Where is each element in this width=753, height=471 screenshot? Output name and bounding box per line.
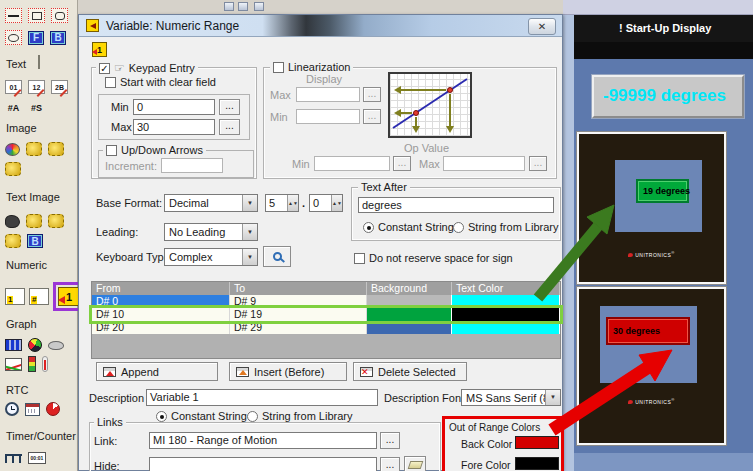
numeric-entry-icon[interactable]: 1	[5, 288, 25, 305]
trend-graph-icon[interactable]	[5, 358, 22, 371]
numeric-range-icon[interactable]: 1	[58, 287, 80, 306]
append-button[interactable]: Append	[96, 362, 218, 381]
gauge-icon[interactable]	[28, 338, 42, 352]
fore-color-swatch[interactable]	[515, 457, 559, 470]
lin-display-max-field[interactable]	[296, 87, 360, 102]
spinner-arrows-icon[interactable]: ▲▼	[287, 195, 298, 211]
textimage-by-value-icon[interactable]	[26, 214, 42, 228]
from-cell[interactable]: D# 0	[92, 295, 230, 308]
background-color-button[interactable]: B	[50, 31, 66, 45]
description-font-dropdown[interactable]: MS Sans Serif (8)▼	[461, 389, 561, 406]
select-ellipse-icon[interactable]	[5, 30, 22, 45]
op-max-browse-button[interactable]: ...	[529, 156, 547, 171]
text-fixed-icon[interactable]: 01	[5, 80, 22, 94]
app-toolbar-icon[interactable]	[254, 2, 264, 11]
min-field[interactable]: 0	[133, 99, 215, 115]
timer-icon[interactable]	[5, 454, 22, 463]
rtc-clock-icon[interactable]	[5, 402, 19, 416]
header-to[interactable]: To	[230, 282, 367, 295]
from-cell[interactable]: D# 20	[92, 321, 230, 334]
keypad-entry-checkbox[interactable]: ✓	[99, 63, 110, 74]
description-string-library-radio[interactable]	[247, 411, 258, 422]
app-toolbar-icon[interactable]	[224, 2, 234, 11]
text-color-cell[interactable]	[452, 295, 560, 308]
delete-selected-button[interactable]: Delete Selected	[353, 362, 467, 381]
background-color-cell[interactable]	[367, 295, 452, 308]
close-button[interactable]: ✕	[528, 18, 556, 35]
image-list-icon[interactable]	[48, 142, 64, 156]
background-color-cell[interactable]	[367, 321, 452, 334]
bar-graph-icon[interactable]	[5, 339, 22, 351]
background-color-cell[interactable]	[367, 308, 452, 321]
color-bar-icon[interactable]	[28, 356, 36, 372]
image-palette-icon[interactable]	[5, 143, 20, 156]
dropdown-arrow-icon[interactable]: ▼	[242, 249, 257, 265]
dish-meter-icon[interactable]	[48, 341, 64, 350]
text-by-pointer-icon[interactable]: 12	[28, 80, 45, 94]
op-min-browse-button[interactable]: ...	[393, 156, 411, 171]
decimals-spinner[interactable]: 0▲▼	[309, 194, 343, 212]
description-field[interactable]: Variable 1	[146, 389, 378, 406]
foreground-color-button[interactable]: F	[28, 31, 44, 45]
image-binary-icon[interactable]	[5, 162, 21, 176]
description-constant-string-radio[interactable]	[156, 411, 167, 422]
min-browse-button[interactable]: ...	[219, 99, 240, 115]
header-from[interactable]: From	[92, 282, 230, 295]
link-browse-button[interactable]: ...	[380, 432, 400, 449]
keyboard-preview-button[interactable]	[263, 246, 291, 267]
text-binary-icon[interactable]: 2B	[51, 80, 68, 94]
dropdown-arrow-icon[interactable]: ▼	[545, 390, 560, 405]
lin-max-browse-button[interactable]: ...	[363, 87, 381, 102]
table-row[interactable]: D# 0 D# 9	[92, 295, 560, 308]
table-row[interactable]: D# 20 D# 29	[92, 321, 560, 334]
increment-field[interactable]	[161, 158, 223, 173]
rtc-elapsed-time-icon[interactable]	[46, 402, 60, 416]
lin-display-min-field[interactable]	[296, 109, 360, 124]
insert-before-button[interactable]: Insert (Before)	[229, 362, 347, 381]
op-max-field[interactable]	[443, 156, 525, 171]
text-color-cell[interactable]	[452, 308, 560, 321]
textimage-binary-icon[interactable]	[5, 234, 21, 248]
link-field[interactable]: MI 180 - Range of Motion	[149, 432, 377, 449]
start-clear-checkbox[interactable]	[105, 77, 116, 88]
clear-link-button[interactable]	[404, 456, 426, 471]
numeric-display-icon[interactable]: #	[29, 288, 49, 305]
rtc-calendar-icon[interactable]	[25, 403, 40, 416]
back-color-swatch[interactable]	[515, 436, 559, 449]
app-toolbar-icon[interactable]	[238, 2, 248, 11]
max-browse-button[interactable]: ...	[219, 119, 240, 135]
leading-dropdown[interactable]: No Leading▼	[164, 223, 258, 241]
reserve-sign-checkbox[interactable]	[354, 253, 365, 264]
text-after-field[interactable]: degrees	[358, 197, 554, 213]
updown-arrows-checkbox[interactable]	[106, 145, 117, 156]
number-to-string-icon[interactable]: #S	[28, 100, 45, 115]
text-color-cell[interactable]	[452, 321, 560, 334]
string-from-library-radio[interactable]	[453, 222, 464, 233]
textimage-animation-icon[interactable]	[5, 215, 20, 228]
constant-string-radio[interactable]	[363, 222, 374, 233]
max-field[interactable]: 30	[133, 119, 215, 135]
hide-browse-button[interactable]: ...	[380, 457, 400, 471]
select-line-icon[interactable]	[5, 8, 22, 23]
digits-spinner[interactable]: 5▲▼	[265, 194, 299, 212]
textimage-b-button[interactable]: B	[27, 234, 43, 248]
dialog-titlebar[interactable]: Variable: Numeric Range ✕	[79, 15, 562, 37]
header-background-color[interactable]: Background Color	[367, 282, 452, 295]
linearization-checkbox[interactable]	[273, 62, 284, 73]
lin-min-browse-button[interactable]: ...	[363, 109, 381, 124]
table-row-highlighted[interactable]: D# 10 D# 19	[92, 308, 560, 321]
textimage-list-icon[interactable]	[48, 214, 64, 228]
startup-display-titlebar[interactable]: ! Start-Up Display	[574, 15, 753, 42]
dropdown-arrow-icon[interactable]: ▼	[242, 224, 257, 240]
header-text-color[interactable]: Text Color	[452, 282, 560, 295]
dropdown-arrow-icon[interactable]: ▼	[242, 195, 257, 211]
spinner-arrows-icon[interactable]: ▲▼	[331, 195, 342, 211]
number-to-ascii-icon[interactable]: #A	[5, 100, 22, 115]
to-cell[interactable]: D# 29	[230, 321, 367, 334]
to-cell[interactable]: D# 19	[230, 308, 367, 321]
select-rect-icon[interactable]	[28, 8, 45, 23]
base-format-dropdown[interactable]: Decimal▼	[164, 194, 258, 212]
thermometer-icon[interactable]	[42, 356, 48, 372]
from-cell[interactable]: D# 10	[92, 308, 230, 321]
to-cell[interactable]: D# 9	[230, 295, 367, 308]
